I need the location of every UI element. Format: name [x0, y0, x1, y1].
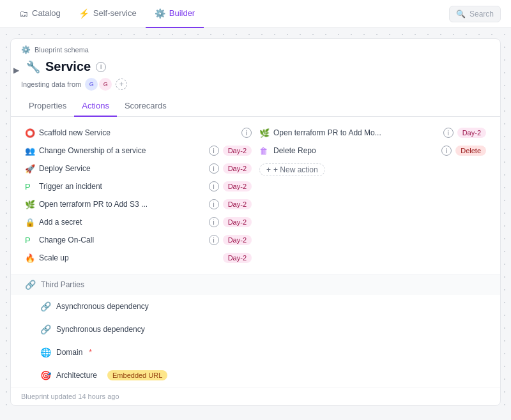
actions-col-left: ⭕ Scaffold new Service i 👥 Change Owners…	[21, 124, 256, 266]
deploy-info-icon[interactable]: i	[209, 163, 219, 174]
architecture-badge: Embedded URL	[107, 370, 167, 380]
ownership-badge: Day-2	[223, 146, 252, 156]
action-deploy[interactable]: 🚀 Deploy Service i Day-2	[21, 160, 256, 177]
incident-info-icon[interactable]: i	[209, 181, 219, 191]
nav-builder[interactable]: ⚙️ Builder	[146, 0, 204, 28]
plus-icon: +	[266, 165, 271, 174]
action-new: + + New action	[256, 160, 490, 179]
secret-badge: Day-2	[223, 217, 252, 227]
tab-properties[interactable]: Properties	[21, 96, 74, 117]
required-star: *	[89, 348, 92, 357]
blueprint-icon: ⚙️	[21, 45, 31, 54]
canvas-area: ⚙️ Blueprint schema ▶ 🔧 Service i Ingest…	[0, 28, 511, 416]
relation-domain[interactable]: 🌐 Domain *	[11, 341, 500, 364]
deploy-icon: 🚀	[25, 164, 35, 174]
async-dep-icon: 🔗	[40, 301, 51, 311]
tabs-row: Properties Actions Scorecards	[11, 96, 500, 117]
architecture-icon: 🎯	[40, 370, 51, 380]
action-delete-repo[interactable]: 🗑 Delete Repo i Delete	[256, 142, 490, 159]
action-add-secret[interactable]: 🔒 Add a secret i Day-2	[21, 214, 256, 230]
blueprint-card: ⚙️ Blueprint schema ▶ 🔧 Service i Ingest…	[10, 38, 501, 406]
service-info-icon[interactable]: i	[96, 62, 106, 72]
terraform-mo-icon: 🌿	[259, 128, 270, 138]
tab-actions[interactable]: Actions	[74, 96, 117, 117]
delete-repo-icon: 🗑	[259, 146, 270, 156]
relation-architecture[interactable]: 🎯 Architecture Embedded URL	[11, 364, 500, 387]
top-nav: 🗂 Catalog ⚡ Self-service ⚙️ Builder 🔍 Se…	[0, 0, 511, 28]
oncall-badge: Day-2	[223, 235, 252, 245]
relation-sync-dep[interactable]: 🔗 Synchronous dependency	[11, 318, 500, 341]
ownership-icon: 👥	[25, 146, 35, 156]
third-parties-icon: 🔗	[25, 280, 36, 290]
catalog-icon: 🗂	[19, 8, 28, 19]
domain-icon: 🌐	[40, 347, 51, 357]
action-terraform-mo[interactable]: 🌿 Open terraform PR to Add Mo... i Day-2	[256, 124, 490, 141]
bolt-icon: ⚡	[79, 8, 89, 19]
incident-icon: P	[25, 182, 35, 191]
scale-badge: Day-2	[223, 253, 252, 263]
search-icon: 🔍	[456, 10, 466, 19]
ownership-info-icon[interactable]: i	[209, 146, 219, 156]
ingesting-avatars: G G	[85, 78, 112, 91]
action-terraform-s3[interactable]: 🌿 Open terraform PR to Add S3 ... i Day-…	[21, 196, 256, 213]
terraform-mo-info-icon[interactable]: i	[443, 128, 454, 138]
terraform-s3-info-icon[interactable]: i	[209, 199, 219, 209]
action-scale-up[interactable]: 🔥 Scale up Day-2	[21, 250, 256, 266]
sync-dep-icon: 🔗	[40, 324, 51, 334]
delete-repo-badge: Delete	[455, 146, 486, 156]
secret-info-icon[interactable]: i	[209, 217, 219, 227]
blueprint-schema-header: ⚙️ Blueprint schema	[11, 39, 500, 54]
delete-repo-info-icon[interactable]: i	[441, 146, 452, 156]
relations-section: 🔗 Third Parties 🔗 Asynchronous dependenc…	[11, 274, 500, 387]
service-emoji-icon: 🔧	[26, 60, 40, 74]
relation-async-dep[interactable]: 🔗 Asynchronous dependency	[11, 295, 500, 318]
service-title: Service	[45, 59, 91, 74]
new-action-button[interactable]: + + New action	[259, 163, 325, 176]
nav-catalog[interactable]: 🗂 Catalog	[10, 0, 70, 28]
deploy-badge: Day-2	[223, 163, 252, 174]
actions-col-right: 🌿 Open terraform PR to Add Mo... i Day-2…	[256, 124, 490, 266]
action-scaffold[interactable]: ⭕ Scaffold new Service i	[21, 124, 256, 141]
actions-container: ⭕ Scaffold new Service i 👥 Change Owners…	[11, 117, 500, 274]
avatar-2: G	[99, 78, 112, 91]
expand-arrow[interactable]: ▶	[13, 66, 19, 75]
oncall-icon: P	[25, 236, 35, 245]
oncall-info-icon[interactable]: i	[209, 235, 219, 245]
scaffold-icon: ⭕	[25, 128, 35, 138]
terraform-s3-badge: Day-2	[223, 199, 252, 209]
avatar-1: G	[85, 78, 98, 91]
action-trigger-incident[interactable]: P Trigger an incident i Day-2	[21, 178, 256, 195]
card-footer: Blueprint updated 14 hours ago	[11, 387, 500, 405]
secret-icon: 🔒	[25, 218, 35, 227]
scale-icon: 🔥	[25, 253, 35, 263]
ingesting-row: Ingesting data from G G +	[11, 77, 500, 96]
builder-icon: ⚙️	[155, 8, 165, 19]
add-ingestion-button[interactable]: +	[116, 79, 127, 90]
tab-scorecards[interactable]: Scorecards	[117, 96, 174, 117]
action-change-oncall[interactable]: P Change On-Call i Day-2	[21, 232, 256, 248]
section-third-parties: 🔗 Third Parties	[11, 274, 500, 295]
incident-badge: Day-2	[223, 181, 252, 191]
nav-self-service[interactable]: ⚡ Self-service	[70, 0, 146, 28]
service-title-row: 🔧 Service i	[11, 54, 500, 77]
action-change-ownership[interactable]: 👥 Change Ownership of a service i Day-2	[21, 142, 256, 159]
search-box[interactable]: 🔍 Search	[449, 6, 501, 22]
terraform-mo-badge: Day-2	[457, 128, 486, 138]
scaffold-info-icon[interactable]: i	[241, 128, 252, 138]
terraform-s3-icon: 🌿	[25, 200, 35, 209]
